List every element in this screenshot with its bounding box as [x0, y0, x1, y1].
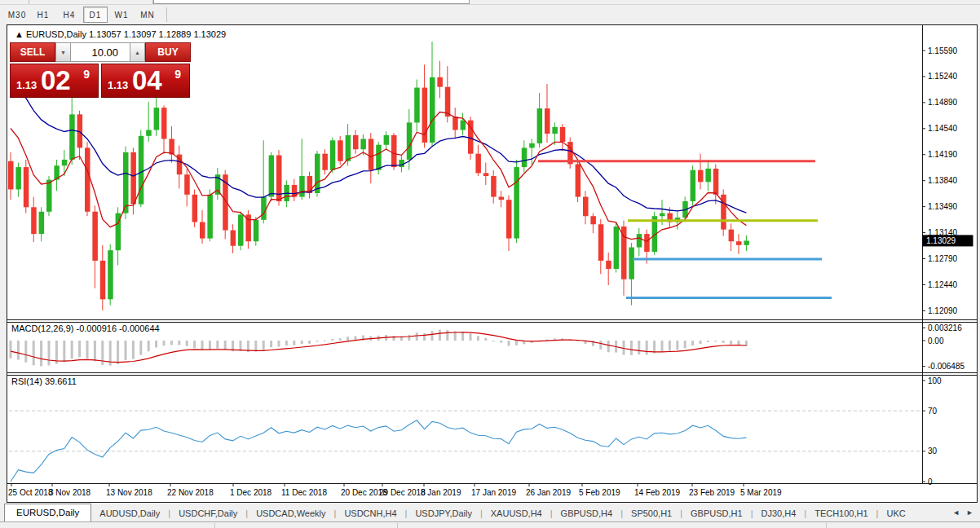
- macd-bar: [638, 341, 640, 354]
- candle-body: [475, 154, 481, 174]
- macd-bar: [285, 341, 288, 345]
- date-axis-label: 5 Mar 2019: [740, 488, 782, 497]
- macd-bar: [331, 339, 333, 341]
- sell-price-prefix: 1.13: [16, 79, 37, 91]
- tab-usdchf-daily[interactable]: USDCHF,Daily: [170, 506, 245, 521]
- macd-bar: [216, 341, 219, 349]
- candle-body: [705, 169, 711, 182]
- date-axis-label: 25 Oct 2018: [8, 488, 53, 497]
- candle-body: [461, 121, 466, 130]
- rsi-indicator-label: RSI(14) 39.6611: [11, 376, 77, 386]
- candle-body: [660, 213, 665, 217]
- tab-usdcad-weekly[interactable]: USDCAD,Weekly: [248, 506, 333, 521]
- candle-body: [161, 108, 167, 139]
- timeframe-button-mn[interactable]: MN: [135, 7, 160, 23]
- macd-bar: [738, 341, 740, 345]
- macd-indicator-label: MACD(12,26,9) -0.000916 -0.000644: [11, 323, 160, 333]
- macd-bar: [339, 338, 342, 341]
- tab-ukc[interactable]: UKC: [878, 506, 913, 521]
- candle-body: [299, 176, 305, 197]
- rsi-axis-label: 30: [928, 447, 938, 455]
- tab-scroll-left-icon[interactable]: ◄: [952, 508, 960, 517]
- macd-bar: [170, 341, 173, 345]
- macd-bar: [94, 341, 96, 361]
- macd-bar: [71, 341, 73, 359]
- price-axis-label: 1.15240: [928, 72, 958, 81]
- price-axis-label: 1.14540: [928, 124, 958, 133]
- macd-bar: [700, 341, 702, 344]
- candle-body: [514, 167, 519, 238]
- macd-bar: [707, 341, 709, 342]
- volume-input[interactable]: [71, 42, 130, 62]
- candle-body: [430, 77, 435, 143]
- macd-bar: [630, 341, 633, 355]
- tab-gbpusd-h4[interactable]: GBPUSD,H4: [553, 506, 621, 521]
- candle-body: [31, 207, 37, 234]
- candle-body: [85, 147, 90, 211]
- buy-button[interactable]: BUY: [145, 42, 191, 62]
- buy-price-prefix: 1.13: [108, 79, 128, 91]
- macd-bar: [669, 341, 671, 351]
- macd-bar: [48, 341, 51, 366]
- volume-spin-up-button[interactable]: ▲: [130, 42, 145, 62]
- macd-bar: [461, 332, 464, 341]
- candle-body: [445, 87, 451, 117]
- tab-xauusd-h4[interactable]: XAUUSD,H4: [483, 506, 550, 521]
- macd-bar: [254, 341, 257, 352]
- candle-body: [207, 195, 213, 239]
- buy-price-pipette: 9: [174, 68, 181, 81]
- candle-body: [414, 88, 420, 123]
- tab-tech100-h1[interactable]: TECH100,H1: [806, 506, 876, 521]
- candle-body: [46, 180, 52, 212]
- macd-bar: [24, 341, 27, 363]
- macd-bar: [117, 341, 119, 364]
- candle-body: [154, 108, 160, 130]
- candle-body: [130, 152, 136, 205]
- candle-body: [576, 164, 581, 196]
- volume-spin-down-button[interactable]: ▼: [55, 42, 71, 62]
- date-axis-label: 17 Jan 2019: [471, 488, 516, 497]
- chart-window[interactable]: 1.155901.152401.148901.145401.141901.138…: [7, 24, 978, 503]
- candle-body: [713, 169, 719, 195]
- macd-axis-label: -0.006485: [928, 362, 965, 371]
- timeframe-button-d1[interactable]: D1: [83, 7, 108, 23]
- tab-usdjpy-daily[interactable]: USDJPY,Daily: [407, 506, 480, 521]
- tab-dj30-h4[interactable]: DJ30,H4: [753, 506, 805, 521]
- timeframe-button-h4[interactable]: H4: [57, 7, 82, 23]
- macd-bar: [155, 341, 157, 348]
- sell-button[interactable]: SELL: [10, 42, 55, 62]
- candle-body: [437, 77, 443, 87]
- price-axis-label: 1.13490: [928, 202, 958, 211]
- candle-body: [399, 160, 404, 167]
- timeframe-button-w1[interactable]: W1: [109, 7, 134, 23]
- tab-eurusd-daily[interactable]: EURUSD,Daily: [4, 504, 91, 521]
- candle-body: [15, 167, 21, 189]
- status-separator: [397, 523, 398, 528]
- toolbar-separator: [29, 0, 29, 4]
- macd-bar: [132, 341, 135, 359]
- buy-price-main: 04: [132, 65, 162, 96]
- tab-gbpusd-h1[interactable]: GBPUSD,H1: [682, 506, 751, 521]
- candle-body: [698, 170, 704, 183]
- price-axis-label: 1.14890: [928, 98, 958, 107]
- candle-body: [146, 130, 152, 136]
- buy-price-display[interactable]: 1.13 04 9: [101, 64, 190, 98]
- macd-bar: [714, 341, 717, 341]
- sell-price-pipette: 9: [83, 68, 90, 81]
- tab-usdcnh-h4[interactable]: USDCNH,H4: [336, 506, 404, 521]
- timeframe-button-h1[interactable]: H1: [31, 7, 55, 23]
- candle-body: [452, 117, 458, 130]
- candle-body: [62, 160, 68, 165]
- tab-scroll-right-icon[interactable]: ►: [966, 508, 973, 517]
- tab-audusd-daily[interactable]: AUDUSD,Daily: [91, 506, 168, 521]
- candle-body: [598, 224, 604, 261]
- timeframe-button-m30[interactable]: M30: [5, 7, 29, 23]
- tab-sp500-h1[interactable]: SP500,H1: [623, 506, 680, 521]
- candle-body: [537, 108, 543, 143]
- candle-body: [353, 135, 359, 149]
- sell-price-display[interactable]: 1.13 02 9: [10, 64, 99, 98]
- macd-bar: [408, 335, 410, 341]
- candle-body: [123, 152, 129, 213]
- sell-price-main: 02: [41, 65, 71, 96]
- candle-body: [338, 140, 343, 161]
